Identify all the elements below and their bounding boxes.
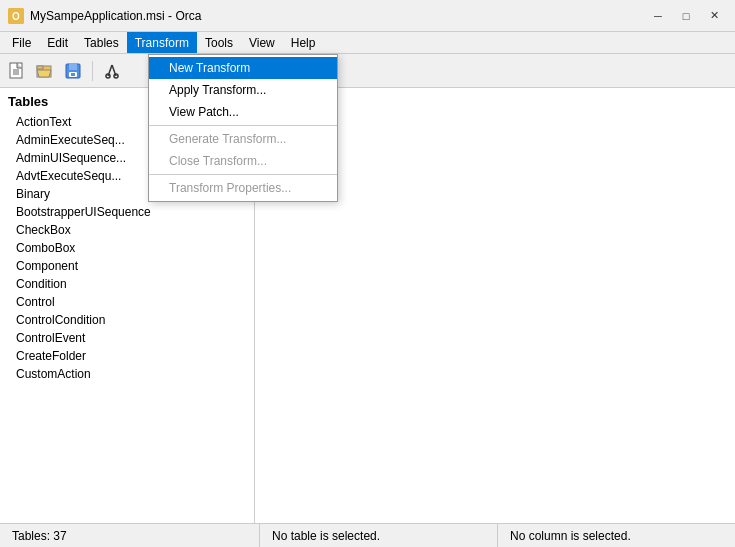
cut-button[interactable] [99,58,125,84]
separator-2 [149,174,337,175]
close-transform-item: Close Transform... [149,150,337,172]
apply-transform-item[interactable]: Apply Transform... [149,79,337,101]
table-item-control[interactable]: Control [0,293,254,311]
menu-bar: File Edit Tables Transform Tools View He… [0,32,735,54]
table-item-controlcondition[interactable]: ControlCondition [0,311,254,329]
table-item-checkbox[interactable]: CheckBox [0,221,254,239]
svg-text:O: O [12,11,20,22]
maximize-button[interactable]: □ [673,6,699,26]
table-item-combobox[interactable]: ComboBox [0,239,254,257]
main-area: Tables ActionText AdminExecuteSeq... Adm… [0,88,735,523]
transform-dropdown: New Transform Apply Transform... View Pa… [148,54,338,202]
window-title: MySampeApplication.msi - Orca [30,9,645,23]
menu-help[interactable]: Help [283,32,324,53]
open-file-button[interactable] [32,58,58,84]
menu-view[interactable]: View [241,32,283,53]
svg-rect-10 [69,64,77,70]
toolbar-sep-1 [92,61,93,81]
status-no-column: No column is selected. [498,524,735,547]
table-item-condition[interactable]: Condition [0,275,254,293]
no-column-text: No column is selected. [510,529,631,543]
transform-menu: New Transform Apply Transform... View Pa… [148,54,338,202]
app-icon: O [8,8,24,24]
status-bar: Tables: 37 No table is selected. No colu… [0,523,735,547]
title-bar: O MySampeApplication.msi - Orca ─ □ ✕ [0,0,735,32]
new-file-button[interactable] [4,58,30,84]
view-patch-item[interactable]: View Patch... [149,101,337,123]
status-tables: Tables: 37 [0,524,260,547]
toolbar [0,54,735,88]
svg-rect-7 [37,66,43,69]
menu-edit[interactable]: Edit [39,32,76,53]
menu-file[interactable]: File [4,32,39,53]
menu-tables[interactable]: Tables [76,32,127,53]
no-table-text: No table is selected. [272,529,380,543]
table-item-component[interactable]: Component [0,257,254,275]
table-item-controlevent[interactable]: ControlEvent [0,329,254,347]
status-no-table: No table is selected. [260,524,498,547]
transform-properties-item: Transform Properties... [149,177,337,199]
menu-transform[interactable]: Transform [127,32,197,53]
menu-tools[interactable]: Tools [197,32,241,53]
new-transform-item[interactable]: New Transform [149,57,337,79]
table-item-createfolder[interactable]: CreateFolder [0,347,254,365]
tables-count: Tables: 37 [12,529,67,543]
minimize-button[interactable]: ─ [645,6,671,26]
separator-1 [149,125,337,126]
window-controls: ─ □ ✕ [645,6,727,26]
table-item-bootstrapperuisequence[interactable]: BootstrapperUISequence [0,203,254,221]
svg-rect-12 [71,73,75,76]
svg-marker-8 [37,70,51,77]
generate-transform-item: Generate Transform... [149,128,337,150]
save-file-button[interactable] [60,58,86,84]
close-button[interactable]: ✕ [701,6,727,26]
table-item-customaction[interactable]: CustomAction [0,365,254,383]
